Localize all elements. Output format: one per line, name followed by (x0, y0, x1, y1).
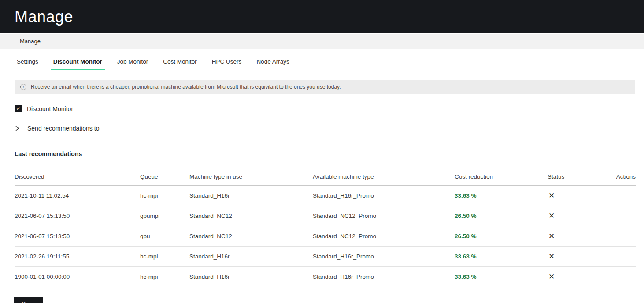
col-header-available-machine-type: Available machine type (313, 170, 455, 186)
cell-machine-type-in-use: Standard_H16r (189, 186, 313, 206)
cell-discovered: 2021-10-11 11:02:54 (15, 186, 140, 206)
cell-queue: gpu (140, 226, 189, 247)
table-row: 2021-06-07 15:13:50gpumpiStandard_NC12St… (15, 206, 636, 226)
cell-available-machine-type: Standard_NC12_Promo (313, 226, 455, 247)
cell-status: ✕ (548, 186, 615, 206)
cell-available-machine-type: Standard_H16r_Promo (313, 186, 455, 206)
app-header: Manage (0, 0, 644, 33)
info-banner: i Receive an email when there is a cheap… (15, 80, 635, 94)
cell-cost-reduction: 33.63 % (455, 267, 548, 287)
status-dismiss-icon[interactable]: ✕ (548, 211, 555, 221)
cell-machine-type-in-use: Standard_NC12 (189, 206, 313, 226)
col-header-machine-type-in-use: Machine type in use (189, 170, 313, 186)
cell-queue: hc-mpi (140, 267, 189, 287)
discount-monitor-checkbox[interactable]: ✓ (15, 105, 22, 112)
tabs: SettingsDiscount MonitorJob MonitorCost … (0, 58, 644, 71)
discount-monitor-checkbox-row: ✓ Discount Monitor (15, 105, 644, 112)
cell-machine-type-in-use: Standard_NC12 (189, 226, 313, 247)
cell-discovered: 2021-06-07 15:13:50 (15, 226, 140, 247)
discount-monitor-label: Discount Monitor (27, 105, 73, 112)
status-dismiss-icon[interactable]: ✕ (548, 272, 555, 281)
cell-cost-reduction: 26.50 % (455, 206, 548, 226)
cell-actions (615, 206, 636, 226)
status-dismiss-icon[interactable]: ✕ (548, 232, 555, 241)
page-title: Manage (15, 7, 73, 26)
cell-discovered: 2021-06-07 15:13:50 (15, 206, 140, 226)
table-row: 2021-02-26 19:11:55hc-mpiStandard_H16rSt… (15, 247, 636, 267)
cell-machine-type-in-use: Standard_H16r (189, 247, 313, 267)
cell-status: ✕ (548, 226, 615, 247)
save-button[interactable]: Save (14, 297, 43, 303)
cell-available-machine-type: Standard_H16r_Promo (313, 247, 455, 267)
col-header-status: Status (548, 170, 615, 186)
cell-queue: hc-mpi (140, 186, 189, 206)
cell-actions (615, 186, 636, 206)
cell-queue: gpumpi (140, 206, 189, 226)
cell-queue: hc-mpi (140, 247, 189, 267)
tab-job-monitor[interactable]: Job Monitor (117, 58, 148, 70)
table-row: 2021-10-11 11:02:54hc-mpiStandard_H16rSt… (15, 186, 636, 206)
col-header-actions: Actions (615, 170, 636, 186)
cell-actions (615, 247, 636, 267)
status-dismiss-icon[interactable]: ✕ (548, 191, 555, 200)
cell-status: ✕ (548, 247, 615, 267)
tab-hpc-users[interactable]: HPC Users (212, 58, 242, 70)
cell-actions (615, 267, 636, 287)
table-header-row: Discovered Queue Machine type in use Ava… (15, 170, 636, 186)
status-dismiss-icon[interactable]: ✕ (548, 252, 555, 261)
cell-status: ✕ (548, 267, 615, 287)
cell-discovered: 1900-01-01 00:00:00 (15, 267, 140, 287)
cell-status: ✕ (548, 206, 615, 226)
info-icon: i (20, 84, 26, 90)
tab-discount-monitor[interactable]: Discount Monitor (53, 58, 102, 70)
cell-cost-reduction: 33.63 % (455, 186, 548, 206)
col-header-queue: Queue (140, 170, 189, 186)
recommendations-table: Discovered Queue Machine type in use Ava… (15, 170, 636, 287)
cell-cost-reduction: 33.63 % (455, 247, 548, 267)
tab-settings[interactable]: Settings (17, 58, 38, 70)
send-recommendations-section[interactable]: Send recommendations to (15, 125, 644, 132)
cell-machine-type-in-use: Standard_H16r (189, 267, 313, 287)
col-header-discovered: Discovered (15, 170, 140, 186)
breadcrumb[interactable]: Manage (20, 38, 41, 45)
cell-cost-reduction: 26.50 % (455, 226, 548, 247)
breadcrumb-bar: Manage (0, 34, 644, 49)
recommendations-table-body: 2021-10-11 11:02:54hc-mpiStandard_H16rSt… (15, 186, 636, 287)
send-recommendations-label: Send recommendations to (27, 125, 99, 132)
info-banner-text: Receive an email when there is a cheaper… (31, 84, 341, 90)
table-row: 2021-06-07 15:13:50gpuStandard_NC12Stand… (15, 226, 636, 247)
cell-actions (615, 226, 636, 247)
tab-node-arrays[interactable]: Node Arrays (256, 58, 289, 70)
tab-cost-monitor[interactable]: Cost Monitor (163, 58, 197, 70)
col-header-cost-reduction: Cost reduction (455, 170, 548, 186)
cell-discovered: 2021-02-26 19:11:55 (15, 247, 140, 267)
table-row: 1900-01-01 00:00:00hc-mpiStandard_H16rSt… (15, 267, 636, 287)
chevron-right-icon[interactable] (15, 126, 20, 131)
cell-available-machine-type: Standard_NC12_Promo (313, 206, 455, 226)
last-recommendations-title: Last recommendations (15, 150, 644, 157)
cell-available-machine-type: Standard_H16r_Promo (313, 267, 455, 287)
